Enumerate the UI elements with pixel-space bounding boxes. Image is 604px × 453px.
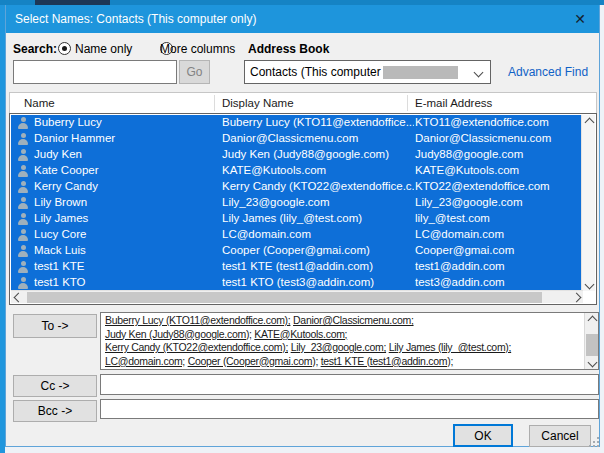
contact-display-name: Cooper (Cooper@gmai.com) <box>222 244 414 256</box>
contacts-list: Buberry LucyBuberry Lucy (KTO11@extendof… <box>9 113 597 305</box>
contact-row[interactable]: test1 KTEtest1 KTE (test1@addin.com)test… <box>11 259 583 275</box>
contact-display-name: Danior@Classicmenu.com <box>222 132 414 144</box>
to-scroll-thumb[interactable] <box>586 334 598 356</box>
contact-row[interactable]: Lily BrownLily_23@google.comLily_23@goog… <box>11 195 583 211</box>
resize-grip[interactable] <box>589 437 600 448</box>
recipient-entry[interactable]: Lily James (lily_@test.com); <box>389 341 511 353</box>
contact-row[interactable]: Kerry CandyKerry Candy (KTO22@extendoffi… <box>11 179 583 195</box>
contact-email: Lily_23@google.com <box>415 196 581 208</box>
cancel-button[interactable]: Cancel <box>529 425 591 447</box>
recipient-entry[interactable]: Buberry Lucy (KTO11@extendoffice.com); <box>105 314 290 326</box>
recipient-entry[interactable]: KATE@Kutools.com; <box>254 328 347 340</box>
contact-name: test1 KTO <box>34 276 220 288</box>
person-icon <box>17 181 29 193</box>
recipient-entry[interactable]: Danior@Classicmenu.com; <box>293 314 413 326</box>
contact-display-name: Kerry Candy (KTO22@extendoffice.c... <box>222 180 414 192</box>
to-vertical-scrollbar[interactable] <box>584 313 598 369</box>
contact-email: LC@domain.com <box>415 228 581 240</box>
ok-button[interactable]: OK <box>453 424 513 447</box>
to-line: Judy Ken (Judy88@google.com); KATE@Kutoo… <box>105 328 581 342</box>
contact-name: Kate Cooper <box>34 164 220 176</box>
contact-name: Judy Ken <box>34 148 220 160</box>
person-icon <box>17 261 29 273</box>
contact-name: Mack Luis <box>34 244 220 256</box>
horizontal-scroll-thumb[interactable] <box>27 292 542 303</box>
scroll-up-icon[interactable] <box>584 117 594 127</box>
person-icon <box>17 229 29 241</box>
contact-email: lily_@test.com <box>415 212 581 224</box>
cc-button[interactable]: Cc -> <box>13 375 97 397</box>
chevron-down-icon <box>474 68 484 78</box>
contact-display-name: test1 KTO (test3@addin.com) <box>222 276 414 288</box>
contact-row[interactable]: Lily JamesLily James (lily_@test.com)lil… <box>11 211 583 227</box>
contact-email: Cooper@gmai.com <box>415 244 581 256</box>
contact-name: Danior Hammer <box>34 132 220 144</box>
search-input[interactable] <box>13 60 177 84</box>
contact-name: Lily James <box>34 212 220 224</box>
scroll-down-icon[interactable] <box>587 357 597 367</box>
list-horizontal-scrollbar[interactable] <box>11 290 583 303</box>
close-icon[interactable]: ✕ <box>567 8 593 30</box>
scroll-down-icon[interactable] <box>584 279 594 289</box>
cc-input[interactable] <box>100 374 599 395</box>
go-button[interactable]: Go <box>179 60 210 84</box>
contact-row[interactable]: Danior HammerDanior@Classicmenu.comDanio… <box>11 131 583 147</box>
contact-display-name: Lily_23@google.com <box>222 196 414 208</box>
recipient-entry[interactable]: LC@domain.com; <box>105 355 185 367</box>
person-icon <box>17 213 29 225</box>
contact-row[interactable]: test1 KTOtest1 KTO (test3@addin.com)test… <box>11 275 583 291</box>
select-names-dialog: Select Names: Contacts (This computer on… <box>5 5 600 447</box>
person-icon <box>17 133 29 145</box>
contact-email: KATE@Kutools.com <box>415 164 581 176</box>
redacted-text-block <box>383 66 458 79</box>
contact-email: test3@addin.com <box>415 276 581 288</box>
contact-name: Lucy Core <box>34 228 220 240</box>
column-header-name[interactable]: Name <box>24 97 55 109</box>
column-header-display-name[interactable]: Display Name <box>222 97 294 109</box>
column-separator[interactable] <box>214 95 215 111</box>
title-bar: Select Names: Contacts (This computer on… <box>6 5 599 33</box>
contact-row[interactable]: Kate CooperKATE@Kutools.comKATE@Kutools.… <box>11 163 583 179</box>
recipient-entry[interactable]: Cooper (Cooper@gmai.com); <box>188 355 318 367</box>
person-icon <box>17 165 29 177</box>
list-vertical-scrollbar[interactable] <box>581 115 595 291</box>
contact-name: test1 KTE <box>34 260 220 272</box>
contact-name: Kerry Candy <box>34 180 220 192</box>
contact-display-name: KATE@Kutools.com <box>222 164 414 176</box>
recipient-entry[interactable]: Judy Ken (Judy88@google.com); <box>105 328 252 340</box>
column-separator[interactable] <box>407 95 408 111</box>
dialog-title: Select Names: Contacts (This computer on… <box>15 12 256 26</box>
contact-display-name: Judy Ken (Judy88@google.com) <box>222 148 414 160</box>
contact-display-name: Buberry Lucy (KTO11@extendoffice.... <box>222 116 414 128</box>
scroll-left-icon[interactable] <box>13 292 23 302</box>
to-recipients-box[interactable]: Buberry Lucy (KTO11@extendoffice.com); D… <box>100 312 599 370</box>
contact-row[interactable]: Judy KenJudy Ken (Judy88@google.com)Judy… <box>11 147 583 163</box>
recipient-entry[interactable]: test1 KTE (test1@addin.com); <box>321 355 453 367</box>
recipient-entry[interactable]: Lily_23@google.com; <box>291 341 386 353</box>
address-book-dropdown[interactable]: Contacts (This computer only) - <box>244 60 491 84</box>
search-label: Search: <box>13 42 57 56</box>
contact-display-name: Lily James (lily_@test.com) <box>222 212 414 224</box>
advanced-find-link[interactable]: Advanced Find <box>508 65 588 79</box>
contact-email: KTO22@extendoffice.com <box>415 180 581 192</box>
to-button[interactable]: To -> <box>13 314 97 338</box>
contact-email: Judy88@google.com <box>415 148 581 160</box>
scroll-up-icon[interactable] <box>587 315 597 325</box>
contact-rows-container: Buberry LucyBuberry Lucy (KTO11@extendof… <box>11 115 583 291</box>
person-icon <box>17 277 29 289</box>
radio-more-columns-label: More columns <box>160 42 235 56</box>
contact-email: KTO11@extendoffice.com <box>415 116 581 128</box>
column-header-email[interactable]: E-mail Address <box>415 97 492 109</box>
radio-name-only[interactable] <box>58 42 71 55</box>
contact-row[interactable]: Lucy CoreLC@domain.comLC@domain.com <box>11 227 583 243</box>
contact-row[interactable]: Mack LuisCooper (Cooper@gmai.com)Cooper@… <box>11 243 583 259</box>
bcc-input[interactable] <box>100 399 599 419</box>
contact-name: Lily Brown <box>34 196 220 208</box>
bcc-button[interactable]: Bcc -> <box>13 400 97 422</box>
contact-row[interactable]: Buberry LucyBuberry Lucy (KTO11@extendof… <box>11 115 583 131</box>
scroll-right-icon[interactable] <box>571 292 581 302</box>
recipient-entry[interactable]: Kerry Candy (KTO22@extendoffice.com); <box>105 341 288 353</box>
to-recipients-text: Buberry Lucy (KTO11@extendoffice.com); D… <box>105 314 581 368</box>
contact-email: Danior@Classicmenu.com <box>415 132 581 144</box>
person-icon <box>17 197 29 209</box>
